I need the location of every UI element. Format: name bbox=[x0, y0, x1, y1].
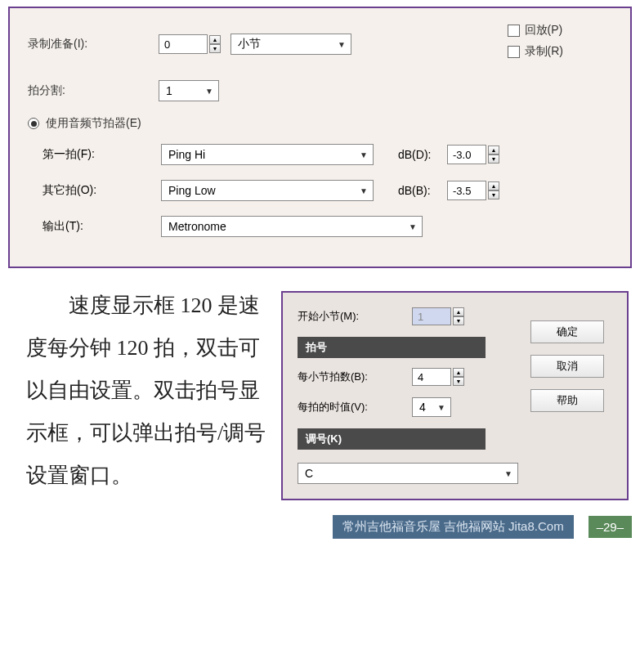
dialog-button-group: 确定 取消 帮助 bbox=[530, 320, 604, 412]
playback-record-group: 回放(P) 录制(R) bbox=[508, 23, 563, 65]
chevron-down-icon: ▼ bbox=[338, 40, 346, 49]
output-row: 输出(T): Metronome ▼ bbox=[43, 216, 612, 237]
playback-row: 回放(P) bbox=[508, 23, 563, 38]
beat-division-label: 拍分割: bbox=[28, 83, 159, 98]
chevron-down-icon: ▼ bbox=[504, 469, 512, 478]
record-prepare-label: 录制准备(I): bbox=[28, 37, 159, 52]
cancel-button[interactable]: 取消 bbox=[530, 355, 604, 378]
playback-label: 回放(P) bbox=[525, 23, 563, 38]
footer-credits: 常州吉他福音乐屋 吉他福网站 Jita8.Com bbox=[333, 515, 574, 539]
audio-metronome-label: 使用音频节拍器(E) bbox=[46, 116, 141, 131]
other-beat-label: 其它拍(O): bbox=[43, 183, 161, 198]
audio-metronome-radio[interactable] bbox=[28, 118, 39, 129]
first-beat-select[interactable]: Ping Hi ▼ bbox=[161, 144, 374, 165]
time-key-signature-dialog: 确定 取消 帮助 开始小节(M): ▲ ▼ 拍号 每小节拍数(B) bbox=[281, 291, 629, 500]
spinner-down-icon[interactable]: ▼ bbox=[453, 377, 464, 386]
spinner-down-icon[interactable]: ▼ bbox=[453, 316, 464, 325]
db-b-spinner: ▲ ▼ bbox=[488, 181, 499, 199]
page-footer: 常州吉他福音乐屋 吉他福网站 Jita8.Com –29– bbox=[0, 515, 632, 539]
beats-per-measure-row: 每小节拍数(B): ▲ ▼ bbox=[298, 368, 518, 386]
spinner-up-icon[interactable]: ▲ bbox=[209, 35, 221, 44]
other-beat-row: 其它拍(O): Ping Low ▼ dB(B): ▲ ▼ bbox=[43, 180, 612, 201]
spinner-down-icon[interactable]: ▼ bbox=[488, 155, 499, 164]
record-prepare-input[interactable] bbox=[159, 34, 208, 54]
other-beat-value: Ping Low bbox=[168, 184, 216, 197]
chevron-down-icon: ▼ bbox=[360, 186, 368, 195]
start-measure-input[interactable] bbox=[412, 307, 451, 325]
chevron-down-icon: ▼ bbox=[205, 87, 213, 96]
time-signature-header: 拍号 bbox=[298, 337, 486, 358]
measure-select-value: 小节 bbox=[238, 37, 261, 52]
first-beat-value: Ping Hi bbox=[168, 148, 205, 161]
beat-value-label: 每拍的时值(V): bbox=[298, 400, 412, 414]
beat-division-select[interactable]: 1 ▼ bbox=[159, 80, 219, 101]
chevron-down-icon: ▼ bbox=[360, 150, 368, 159]
output-select[interactable]: Metronome ▼ bbox=[161, 216, 423, 237]
beat-value-value: 4 bbox=[419, 401, 426, 414]
record-prepare-spinner: ▲ ▼ bbox=[209, 35, 221, 53]
other-beat-select[interactable]: Ping Low ▼ bbox=[161, 180, 374, 201]
record-label: 录制(R) bbox=[525, 44, 563, 59]
beat-value-select[interactable]: 4 ▼ bbox=[412, 397, 451, 417]
record-checkbox[interactable] bbox=[508, 46, 520, 58]
start-measure-row: 开始小节(M): ▲ ▼ bbox=[298, 307, 518, 325]
db-d-label: dB(D): bbox=[398, 148, 447, 161]
playback-checkbox[interactable] bbox=[508, 25, 520, 37]
chevron-down-icon: ▼ bbox=[409, 222, 417, 231]
db-d-spinner: ▲ ▼ bbox=[488, 146, 499, 164]
dialog-inner: 确定 取消 帮助 开始小节(M): ▲ ▼ 拍号 每小节拍数(B) bbox=[298, 307, 615, 484]
db-d-input[interactable] bbox=[447, 145, 486, 164]
start-measure-spinner: ▲ ▼ bbox=[453, 307, 464, 325]
db-b-input[interactable] bbox=[447, 181, 486, 200]
spinner-up-icon[interactable]: ▲ bbox=[453, 368, 464, 377]
record-prepare-row: 录制准备(I): ▲ ▼ 小节 ▼ 回放(P) 录制(R) bbox=[28, 23, 612, 65]
beat-value-row: 每拍的时值(V): 4 ▼ bbox=[298, 397, 518, 417]
audio-metronome-row: 使用音频节拍器(E) bbox=[28, 116, 612, 131]
spinner-up-icon[interactable]: ▲ bbox=[453, 307, 464, 316]
ok-button[interactable]: 确定 bbox=[530, 320, 604, 343]
explanation-text: 速度显示框 120 是速度每分钟 120 拍，双击可以自由设置。双击拍号显示框，… bbox=[8, 276, 278, 497]
db-b-label: dB(B): bbox=[398, 184, 447, 197]
beat-division-value: 1 bbox=[166, 84, 172, 97]
beats-per-measure-input[interactable] bbox=[412, 368, 451, 386]
record-row: 录制(R) bbox=[508, 44, 563, 59]
beats-per-measure-label: 每小节拍数(B): bbox=[298, 370, 412, 384]
key-select[interactable]: C ▼ bbox=[298, 463, 518, 484]
first-beat-label: 第一拍(F): bbox=[43, 147, 161, 162]
output-value: Metronome bbox=[168, 220, 226, 233]
dialog-left-column: 开始小节(M): ▲ ▼ 拍号 每小节拍数(B): ▲ ▼ bbox=[298, 307, 518, 484]
measure-select[interactable]: 小节 ▼ bbox=[230, 34, 351, 55]
start-measure-label: 开始小节(M): bbox=[298, 309, 412, 324]
spinner-up-icon[interactable]: ▲ bbox=[488, 181, 499, 190]
key-value: C bbox=[305, 467, 313, 480]
key-signature-header: 调号(K) bbox=[298, 428, 486, 450]
output-label: 输出(T): bbox=[43, 219, 161, 234]
metronome-settings-panel: 录制准备(I): ▲ ▼ 小节 ▼ 回放(P) 录制(R) 拍分割: 1 ▼ bbox=[8, 7, 632, 268]
page-number: –29– bbox=[589, 516, 632, 538]
beats-per-measure-spinner: ▲ ▼ bbox=[453, 368, 464, 386]
help-button[interactable]: 帮助 bbox=[530, 389, 604, 412]
spinner-down-icon[interactable]: ▼ bbox=[488, 190, 499, 199]
content-area: 速度显示框 120 是速度每分钟 120 拍，双击可以自由设置。双击拍号显示框，… bbox=[8, 276, 632, 500]
spinner-down-icon[interactable]: ▼ bbox=[209, 44, 221, 53]
metronome-sub-section: 第一拍(F): Ping Hi ▼ dB(D): ▲ ▼ 其它拍(O): Pin… bbox=[28, 144, 612, 237]
beat-division-row: 拍分割: 1 ▼ bbox=[28, 80, 612, 101]
first-beat-row: 第一拍(F): Ping Hi ▼ dB(D): ▲ ▼ bbox=[43, 144, 612, 165]
chevron-down-icon: ▼ bbox=[437, 403, 445, 412]
spinner-up-icon[interactable]: ▲ bbox=[488, 146, 499, 155]
